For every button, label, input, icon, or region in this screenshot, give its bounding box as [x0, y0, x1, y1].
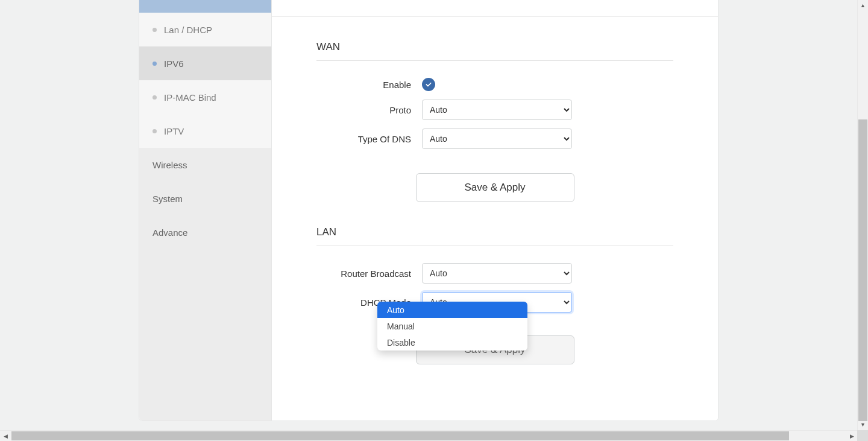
row-proto: Proto Auto — [316, 100, 673, 120]
sidebar-item-system[interactable]: System — [139, 182, 271, 215]
wan-section-title: WAN — [316, 41, 673, 61]
lan-section-title: LAN — [316, 226, 673, 246]
app-area: Lan / DHCP IPV6 IP-MAC Bind IPTV Wireles… — [0, 0, 857, 430]
wan-button-row: Save & Apply — [316, 173, 673, 202]
sidebar-item-ip-mac-bind[interactable]: IP-MAC Bind — [139, 80, 271, 114]
horizontal-scrollbar-track[interactable] — [11, 431, 846, 441]
bullet-icon — [153, 28, 157, 32]
sidebar-item-label: System — [153, 194, 183, 204]
sidebar-item-iptv[interactable]: IPTV — [139, 114, 271, 148]
settings-panel: Lan / DHCP IPV6 IP-MAC Bind IPTV Wireles… — [139, 0, 719, 421]
sidebar-item-label: IP-MAC Bind — [164, 92, 216, 103]
scroll-left-icon[interactable]: ◀ — [0, 431, 11, 441]
outer-frame: Lan / DHCP IPV6 IP-MAC Bind IPTV Wireles… — [0, 0, 868, 441]
vertical-scrollbar-track[interactable] — [858, 11, 868, 419]
dns-label: Type Of DNS — [316, 134, 422, 144]
sidebar-active-category-strip[interactable] — [139, 0, 271, 13]
sidebar-item-label: Advance — [153, 227, 187, 238]
horizontal-scrollbar-thumb[interactable] — [11, 431, 789, 440]
proto-select[interactable]: Auto — [422, 100, 572, 120]
proto-label: Proto — [316, 105, 422, 115]
scroll-up-icon[interactable]: ▲ — [858, 0, 868, 11]
router-broadcast-select[interactable]: Auto — [422, 263, 572, 284]
sidebar-item-label: Lan / DHCP — [164, 25, 212, 35]
horizontal-scrollbar[interactable]: ◀ ▶ — [0, 430, 857, 441]
bullet-icon — [153, 129, 157, 133]
bullet-icon — [153, 62, 157, 66]
sidebar: Lan / DHCP IPV6 IP-MAC Bind IPTV Wireles… — [139, 0, 272, 420]
sidebar-item-label: IPTV — [164, 126, 184, 136]
sidebar-item-advance[interactable]: Advance — [139, 215, 271, 249]
lan-section: LAN Router Broadcast Auto DHCP Mode — [272, 220, 718, 382]
dns-select[interactable]: Auto — [422, 128, 572, 149]
sidebar-item-wireless[interactable]: Wireless — [139, 148, 271, 182]
dhcp-mode-option-manual[interactable]: Manual — [377, 318, 527, 334]
enable-label: Enable — [316, 80, 422, 90]
enable-toggle[interactable] — [422, 78, 435, 91]
check-icon — [425, 81, 432, 88]
bullet-icon — [153, 95, 157, 100]
scroll-right-icon[interactable]: ▶ — [846, 431, 857, 441]
sidebar-item-label: Wireless — [153, 160, 187, 170]
sidebar-item-label: IPV6 — [164, 59, 184, 69]
row-router-broadcast: Router Broadcast Auto — [316, 263, 673, 284]
vertical-scrollbar-thumb[interactable] — [858, 119, 867, 421]
wan-section: WAN Enable Proto — [272, 17, 718, 220]
router-broadcast-label: Router Broadcast — [316, 268, 422, 279]
vertical-scrollbar[interactable]: ▲ ▼ — [857, 0, 868, 430]
wan-save-apply-button[interactable]: Save & Apply — [416, 173, 574, 202]
scroll-corner — [857, 430, 868, 441]
row-enable: Enable — [316, 78, 673, 91]
content-area: WAN Enable Proto — [272, 0, 718, 420]
sidebar-item-lan-dhcp[interactable]: Lan / DHCP — [139, 13, 271, 46]
dhcp-mode-dropdown[interactable]: Auto Manual Disable — [377, 302, 527, 351]
row-dns: Type Of DNS Auto — [316, 128, 673, 149]
sidebar-item-ipv6[interactable]: IPV6 — [139, 46, 271, 80]
dhcp-mode-option-disable[interactable]: Disable — [377, 334, 527, 351]
dhcp-mode-option-auto[interactable]: Auto — [377, 302, 527, 318]
